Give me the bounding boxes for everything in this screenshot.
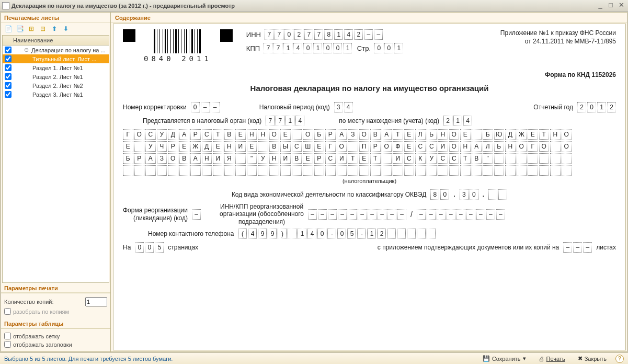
tree-checkbox[interactable] xyxy=(5,82,12,89)
char-cell xyxy=(505,165,516,176)
expand-all-icon[interactable]: ⊞ xyxy=(27,25,36,33)
char-cell: Ь xyxy=(494,141,505,152)
char-cell: В xyxy=(292,153,302,164)
tree-column-header: Наименование xyxy=(3,36,109,46)
char-cell: Б xyxy=(314,129,325,140)
save-button[interactable]: 💾 Сохранить ▾ xyxy=(479,354,530,363)
content-header: Содержание xyxy=(111,13,627,22)
char-cell xyxy=(157,165,167,176)
tree-checkbox[interactable] xyxy=(5,91,12,98)
tree-toggle-icon[interactable]: ⊖ xyxy=(24,47,30,53)
char-cell xyxy=(562,165,572,176)
char-cell: Е xyxy=(528,129,538,140)
document-preview[interactable]: 0840 2011 ИНН 7702778142–– КПП 771401001… xyxy=(113,24,626,350)
tax-period-cells: 34 xyxy=(334,102,353,112)
char-cell: 2 xyxy=(377,229,386,239)
char-cell: У xyxy=(157,129,167,140)
char-cell: Ж xyxy=(517,129,527,140)
char-cell: – xyxy=(348,209,357,220)
char-cell: Л xyxy=(415,129,426,140)
char-cell: О xyxy=(382,141,392,152)
char-cell: С xyxy=(449,153,460,164)
char-cell: Я xyxy=(224,153,235,164)
char-cell: 4 xyxy=(295,116,304,126)
char-cell: 1 xyxy=(394,43,403,53)
pages-prefix: На xyxy=(123,244,131,251)
char-cell: С xyxy=(292,141,302,152)
tree-row[interactable]: Титульный лист. Лист ... xyxy=(3,54,109,63)
char-cell: О xyxy=(562,129,572,140)
print-icon: 🖨 xyxy=(539,356,544,362)
char-cell: 0 xyxy=(470,189,478,200)
save-icon: 💾 xyxy=(483,355,490,362)
char-cell xyxy=(393,165,403,176)
char-cell: 7 xyxy=(265,29,273,40)
char-cell: О xyxy=(337,141,347,152)
char-cell: Т xyxy=(393,129,403,140)
minimize-button[interactable]: _ xyxy=(596,2,605,9)
new-sheet-icon[interactable]: 📄 xyxy=(4,25,13,33)
char-cell xyxy=(348,165,358,176)
tree-checkbox[interactable] xyxy=(5,55,12,62)
char-cell: Е xyxy=(404,141,415,152)
print-button[interactable]: 🖨 Печать xyxy=(535,355,569,363)
char-cell: 8 xyxy=(324,29,333,40)
show-grid-checkbox[interactable] xyxy=(4,333,11,339)
tree-row[interactable]: Раздел 1. Лист №1 xyxy=(3,63,109,72)
char-cell: – xyxy=(486,209,495,220)
char-cell: 7 xyxy=(273,43,282,53)
move-down-icon[interactable]: ⬇ xyxy=(62,25,70,33)
char-cell: Ш xyxy=(303,141,313,152)
char-cell: – xyxy=(338,209,347,220)
char-cell: 2 xyxy=(607,102,616,112)
reorg-inn-label-3: подразделения) xyxy=(220,218,304,225)
char-cell: 0 xyxy=(587,102,596,112)
split-by-copies-checkbox[interactable] xyxy=(4,308,11,315)
status-text: Выбрано 5 из 5 листов. Для печати требуе… xyxy=(4,356,173,362)
char-cell: 0 xyxy=(317,229,326,239)
kpp-cells: 771401001 xyxy=(264,43,352,53)
show-headers-checkbox[interactable] xyxy=(4,341,11,348)
tree-checkbox[interactable] xyxy=(5,64,12,71)
char-cell xyxy=(213,165,223,176)
maximize-button[interactable]: □ xyxy=(606,2,615,9)
tree-row[interactable]: ⊖Декларация по налогу на ... xyxy=(3,46,109,54)
move-up-icon[interactable]: ⬆ xyxy=(50,25,59,33)
char-cell: Ю xyxy=(494,129,505,140)
sheets-tree[interactable]: Наименование ⊖Декларация по налогу на ..… xyxy=(2,35,109,283)
tree-item-label: Раздел 3. Лист №1 xyxy=(32,92,83,98)
char-cell: 0 xyxy=(374,43,383,53)
char-cell xyxy=(382,165,392,176)
inn-cells: 7702778142–– xyxy=(265,29,383,40)
copies-input[interactable] xyxy=(85,297,107,306)
char-cell: О xyxy=(269,129,280,140)
tree-row[interactable]: Раздел 2. Лист №1 xyxy=(3,72,109,81)
copy-sheet-icon[interactable]: 📑 xyxy=(16,25,24,33)
char-cell xyxy=(417,229,426,239)
char-cell: С xyxy=(438,153,448,164)
tree-item-label: Титульный лист. Лист ... xyxy=(32,56,96,62)
char-cell: Е xyxy=(123,141,133,152)
char-cell xyxy=(472,129,482,140)
help-button[interactable]: ? xyxy=(615,355,624,363)
collapse-all-icon[interactable]: ⊟ xyxy=(39,25,47,33)
tree-row[interactable]: Раздел 3. Лист №1 xyxy=(3,90,109,99)
char-cell: В xyxy=(370,129,381,140)
char-cell: И xyxy=(393,153,403,164)
char-cell: Р xyxy=(314,153,325,164)
tree-row[interactable]: Раздел 2. Лист №2 xyxy=(3,81,109,90)
close-icon: ✖ xyxy=(578,355,583,362)
close-window-button[interactable]: ✖ Закрыть xyxy=(574,354,610,363)
char-cell: 2 xyxy=(443,116,452,126)
char-cell xyxy=(505,153,516,164)
char-cell: 1 xyxy=(343,43,352,53)
char-cell: Ч xyxy=(157,141,167,152)
char-cell: 7 xyxy=(314,29,323,40)
char-cell xyxy=(404,165,415,176)
tree-checkbox[interactable] xyxy=(5,73,12,80)
tree-checkbox[interactable] xyxy=(5,47,12,53)
char-cell: А xyxy=(145,153,156,164)
char-cell: – xyxy=(447,209,455,220)
close-button[interactable]: ✕ xyxy=(616,2,626,9)
char-cell: - xyxy=(357,229,366,239)
